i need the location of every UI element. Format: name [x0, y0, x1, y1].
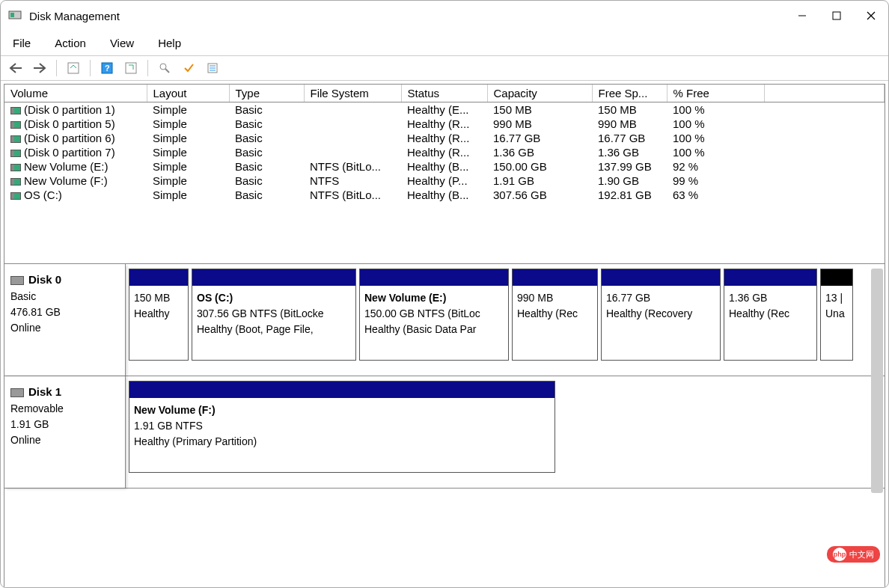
content-area: Volume Layout Type File System Status Ca… [4, 84, 885, 588]
table-header-row: Volume Layout Type File System Status Ca… [4, 85, 885, 102]
window-title: Disk Management [29, 10, 120, 22]
svg-rect-3 [833, 12, 840, 19]
menu-file[interactable]: File [10, 34, 34, 52]
partition-status: Healthy (Boot, Page File, [197, 322, 351, 337]
col-free-space[interactable]: Free Sp... [592, 85, 667, 102]
up-button[interactable] [64, 59, 82, 77]
partition-status: Una [825, 306, 848, 322]
volume-icon [10, 178, 21, 186]
partition-color-bar [821, 269, 852, 286]
back-button[interactable] [7, 59, 25, 77]
disk-row: Disk 1 Removable 1.91 GB Online New Volu… [4, 376, 885, 489]
refresh-button[interactable] [122, 59, 140, 77]
forward-button[interactable] [31, 59, 49, 77]
svg-point-10 [160, 64, 166, 70]
svg-rect-1 [10, 13, 14, 17]
svg-rect-9 [126, 63, 136, 73]
disk-row: Disk 0 Basic 476.81 GB Online 150 MB Hea… [4, 264, 885, 376]
help-button[interactable]: ? [98, 59, 116, 77]
partition-size: 16.77 GB [606, 290, 715, 306]
close-button[interactable] [854, 1, 888, 31]
partition-size: 13 | [825, 290, 848, 306]
partition-color-bar [129, 382, 555, 398]
properties-button[interactable] [204, 59, 222, 77]
partition-block[interactable]: 13 | Una [820, 269, 853, 361]
partition-color-bar [360, 269, 508, 286]
table-row[interactable]: (Disk 0 partition 5) Simple Basic Health… [4, 117, 885, 131]
apply-button[interactable] [180, 59, 198, 77]
col-pct-free[interactable]: % Free [667, 85, 764, 102]
partition-size: 990 MB [517, 290, 593, 306]
disk-status: Online [10, 432, 119, 448]
partition-block[interactable]: 150 MB Healthy [129, 269, 189, 361]
toolbar-separator [90, 60, 91, 76]
partition-status: Healthy (Basic Data Par [364, 322, 504, 337]
volume-icon [10, 107, 21, 114]
disk-icon [10, 388, 24, 397]
partition-size: 1.91 GB NTFS [134, 418, 550, 434]
col-filesystem[interactable]: File System [304, 85, 401, 102]
disk-status: Online [10, 320, 119, 336]
partition-color-bar [129, 269, 188, 286]
table-row[interactable]: New Volume (E:) Simple Basic NTFS (BitLo… [4, 159, 885, 174]
svg-text:?: ? [105, 64, 110, 73]
disk-graphical-pane: Disk 0 Basic 476.81 GB Online 150 MB Hea… [4, 264, 885, 588]
disk-info[interactable]: Disk 1 Removable 1.91 GB Online [4, 376, 126, 488]
svg-rect-6 [68, 63, 79, 73]
volume-icon [10, 150, 21, 157]
table-row[interactable]: New Volume (F:) Simple Basic NTFS Health… [4, 174, 885, 188]
volume-icon [10, 164, 21, 171]
minimize-button[interactable] [785, 1, 819, 31]
menu-view[interactable]: View [107, 34, 137, 52]
vertical-scrollbar[interactable] [871, 269, 883, 493]
col-volume[interactable]: Volume [4, 85, 147, 102]
partition-color-bar [192, 269, 355, 286]
disk-partitions: 150 MB Healthy OS (C:) 307.56 GB NTFS (B… [126, 264, 885, 376]
disk-name: Disk 1 [28, 385, 61, 398]
table-row[interactable]: OS (C:) Simple Basic NTFS (BitLo... Heal… [4, 188, 885, 202]
partition-status: Healthy (Rec [729, 306, 812, 322]
partition-block[interactable]: OS (C:) 307.56 GB NTFS (BitLocke Healthy… [192, 269, 356, 361]
titlebar: Disk Management [1, 1, 888, 31]
menu-action[interactable]: Action [52, 34, 89, 52]
disk-icon [10, 276, 24, 285]
col-capacity[interactable]: Capacity [487, 85, 592, 102]
svg-line-11 [165, 69, 169, 73]
partition-status: Healthy (Recovery [606, 306, 715, 322]
volume-icon [10, 121, 21, 129]
col-layout[interactable]: Layout [147, 85, 229, 102]
partition-block[interactable]: New Volume (E:) 150.00 GB NTFS (BitLoc H… [359, 269, 509, 361]
table-row[interactable]: (Disk 0 partition 7) Simple Basic Health… [4, 145, 885, 159]
maximize-button[interactable] [819, 1, 854, 31]
partition-status: Healthy (Primary Partition) [134, 434, 550, 450]
disk-partitions: New Volume (F:) 1.91 GB NTFS Healthy (Pr… [126, 376, 885, 488]
volume-icon [10, 135, 21, 143]
volume-table[interactable]: Volume Layout Type File System Status Ca… [4, 85, 885, 202]
col-status[interactable]: Status [401, 85, 487, 102]
disk-size: 476.81 GB [10, 304, 119, 320]
partition-block[interactable]: New Volume (F:) 1.91 GB NTFS Healthy (Pr… [129, 381, 555, 473]
partition-color-bar [602, 269, 720, 286]
partition-title: OS (C:) [197, 290, 351, 306]
partition-color-bar [724, 269, 816, 286]
col-type[interactable]: Type [229, 85, 304, 102]
partition-status: Healthy [134, 306, 183, 322]
menu-help[interactable]: Help [155, 34, 184, 52]
app-icon [8, 9, 22, 22]
table-row[interactable]: (Disk 0 partition 6) Simple Basic Health… [4, 131, 885, 145]
toolbar-separator [56, 60, 57, 76]
toolbar: ? [1, 55, 888, 81]
partition-title: New Volume (F:) [134, 402, 550, 418]
partition-color-bar [513, 269, 597, 286]
partition-title: New Volume (E:) [364, 290, 504, 306]
table-row[interactable]: (Disk 0 partition 1) Simple Basic Health… [4, 102, 885, 117]
partition-block[interactable]: 1.36 GB Healthy (Rec [724, 269, 817, 361]
toolbar-separator [147, 60, 148, 76]
disk-type: Removable [10, 401, 119, 417]
find-button[interactable] [156, 59, 174, 77]
menubar: File Action View Help [1, 31, 888, 55]
col-spacer [764, 85, 885, 102]
disk-info[interactable]: Disk 0 Basic 476.81 GB Online [4, 264, 126, 376]
partition-block[interactable]: 990 MB Healthy (Rec [512, 269, 598, 361]
partition-block[interactable]: 16.77 GB Healthy (Recovery [601, 269, 721, 361]
